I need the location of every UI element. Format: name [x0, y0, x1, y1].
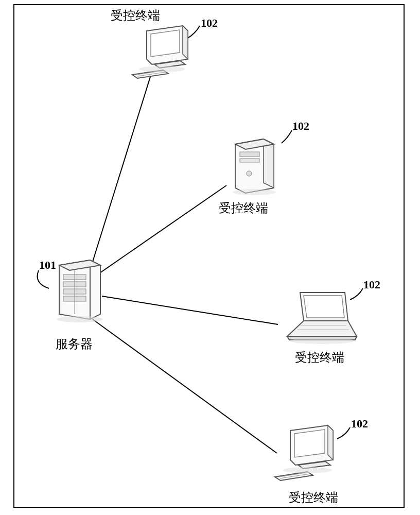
svg-line-0: [93, 75, 151, 262]
terminal-top-ref: 102: [201, 16, 218, 30]
svg-point-12: [139, 66, 185, 72]
svg-rect-13: [240, 152, 259, 157]
svg-point-22: [283, 467, 332, 473]
desktop-icon: [269, 421, 341, 491]
terminal-laptop-label: 受控终端: [295, 349, 344, 366]
network-diagram: 服务器 101 受控终端 102 受控终端 102: [0, 0, 420, 515]
server-label: 服务器: [56, 336, 93, 352]
svg-line-2: [102, 296, 278, 324]
svg-point-16: [233, 189, 276, 195]
svg-point-15: [247, 171, 252, 176]
svg-line-1: [100, 185, 226, 273]
svg-line-3: [93, 319, 277, 453]
terminal-tower-label: 受控终端: [219, 200, 268, 216]
terminal-tower-ref: 102: [292, 119, 309, 133]
terminal-bottom-label: 受控终端: [289, 489, 338, 506]
laptop-icon: [277, 287, 359, 347]
svg-point-19: [290, 338, 354, 344]
terminal-bottom-ref: 102: [351, 417, 368, 431]
terminal-top-label: 受控终端: [111, 7, 160, 24]
tower-pc-icon: [222, 131, 284, 198]
desktop-icon: [126, 21, 196, 88]
server-ref: 101: [39, 259, 56, 272]
terminal-laptop-ref: 102: [363, 278, 380, 291]
svg-point-9: [57, 316, 103, 322]
server-icon: [49, 255, 106, 324]
svg-rect-14: [240, 159, 259, 162]
